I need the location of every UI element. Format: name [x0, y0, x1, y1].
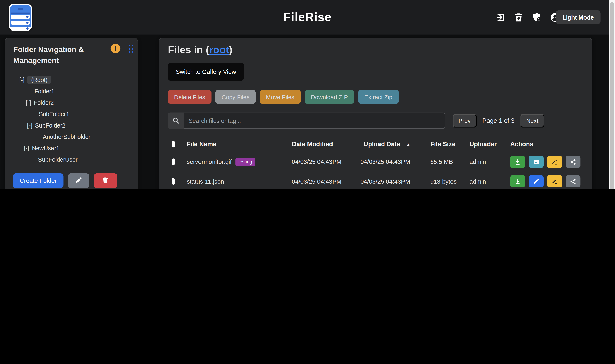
tree-item-label: SubFolder1	[39, 111, 69, 117]
col-file-name[interactable]: File Name	[184, 141, 289, 148]
row-checkbox[interactable]	[172, 158, 175, 165]
delete-files-button[interactable]: Delete Files	[168, 90, 211, 104]
col-uploader[interactable]: Uploader	[466, 141, 507, 148]
tree-item-root[interactable]: [-](Root)	[5, 74, 138, 85]
root-folder-link[interactable]: root	[209, 44, 229, 56]
select-all-checkbox[interactable]	[172, 141, 175, 147]
col-file-size[interactable]: File Size	[427, 141, 466, 148]
col-date-modified[interactable]: Date Modified	[288, 141, 357, 148]
search-icon[interactable]	[168, 112, 184, 129]
row-actions	[507, 156, 583, 168]
file-name[interactable]: servermonitor.giftesting	[184, 158, 289, 166]
trash-icon	[102, 177, 109, 185]
file-name-text: servermonitor.gif	[187, 158, 232, 166]
file-name[interactable]: status-11.json	[184, 178, 289, 185]
search-row: Prev Page 1 of 3 Next	[168, 112, 583, 129]
top-bar: FileRise Light Mode	[0, 0, 615, 35]
info-icon[interactable]: i	[111, 43, 120, 53]
collapse-toggle[interactable]: [-]	[19, 77, 24, 83]
file-row: status-11.json04/03/25 04:43PM04/03/25 0…	[168, 172, 583, 189]
tree-item-label: Folder1	[35, 88, 54, 95]
date-modified: 04/03/25 04:43PM	[288, 178, 357, 185]
file-name-text: status-11.json	[187, 178, 224, 185]
app-window: FileRise Light Mode Folder Navigation & …	[0, 0, 615, 189]
file-row: servermonitor.giftesting04/03/25 04:43PM…	[168, 152, 583, 172]
rename-folder-button[interactable]	[68, 173, 89, 188]
collapse-toggle[interactable]: [-]	[26, 99, 31, 106]
share-button[interactable]	[566, 156, 580, 168]
logo-slot	[18, 8, 23, 10]
file-toolbar: Delete FilesCopy FilesMove FilesDownload…	[168, 90, 583, 104]
create-folder-button[interactable]: Create Folder	[13, 173, 64, 188]
scrollbar-thumb[interactable]	[610, 2, 614, 189]
tree-item-folder2[interactable]: [-]Folder2	[5, 97, 138, 108]
next-page-button[interactable]: Next	[520, 114, 544, 127]
folder-tree: [-](Root)Folder1[-]Folder2SubFolder1[-]S…	[5, 71, 138, 165]
tag-button[interactable]	[547, 175, 562, 187]
preview-button[interactable]	[529, 156, 544, 168]
file-table-body: servermonitor.giftesting04/03/25 04:43PM…	[168, 152, 583, 189]
uploader: admin	[466, 158, 507, 166]
title-suffix: )	[229, 44, 233, 56]
upload-date: 04/03/25 04:43PM	[357, 178, 427, 185]
tree-item-label: Folder2	[34, 99, 54, 106]
tree-item-label: SubFolderUser	[38, 156, 78, 163]
search-input[interactable]	[184, 112, 445, 129]
row-actions	[507, 175, 583, 187]
tree-item-anothersubfolder[interactable]: AnotherSubFolder	[5, 131, 138, 142]
move-files-button[interactable]: Move Files	[260, 90, 301, 104]
folder-navigation-panel: Folder Navigation & Management i [-](Roo…	[5, 38, 138, 189]
restore-trash-icon[interactable]	[513, 12, 524, 23]
date-modified: 04/03/25 04:43PM	[288, 158, 357, 166]
prev-page-button[interactable]: Prev	[453, 114, 476, 127]
folder-actions: Create Folder	[5, 173, 138, 188]
download-button[interactable]	[510, 175, 525, 187]
folder-panel-header: Folder Navigation & Management i	[5, 38, 138, 71]
tree-item-label: AnotherSubFolder	[43, 133, 91, 140]
tree-item-subfolderuser[interactable]: SubFolderUser	[5, 154, 138, 165]
sort-asc-icon: ▲	[403, 142, 410, 147]
file-size: 913 bytes	[427, 178, 466, 185]
page-scrollbar	[609, 0, 615, 189]
col-upload-date[interactable]: Upload Date▲	[357, 141, 427, 148]
tree-item-subfolder1[interactable]: SubFolder1	[5, 108, 138, 119]
collapse-toggle[interactable]: [-]	[27, 122, 32, 129]
delete-folder-button[interactable]	[93, 173, 117, 188]
title-prefix: Files in (	[168, 44, 209, 56]
tree-item-folder1[interactable]: Folder1	[5, 85, 138, 97]
download-button[interactable]	[510, 156, 525, 168]
admin-shield-icon[interactable]	[531, 12, 542, 23]
logout-icon[interactable]	[496, 12, 506, 23]
uploader: admin	[466, 178, 507, 185]
pencil-icon	[75, 177, 82, 185]
file-list-panel: Files in (root) Switch to Gallery View D…	[159, 38, 592, 189]
light-mode-button[interactable]: Light Mode	[556, 10, 601, 24]
folder-panel-title: Folder Navigation & Management	[13, 44, 105, 66]
download-zip-button[interactable]: Download ZIP	[305, 90, 354, 104]
col-actions: Actions	[507, 141, 583, 148]
tree-item-label: SubFolder2	[35, 122, 65, 129]
tree-item-label: (Root)	[27, 76, 52, 84]
tree-item-subfolder2[interactable]: [-]SubFolder2	[5, 119, 138, 131]
collapse-toggle[interactable]: [-]	[24, 145, 29, 152]
row-checkbox[interactable]	[172, 178, 175, 185]
table-header-row: File Name Date Modified Upload Date▲ Fil…	[168, 136, 583, 152]
drag-handle-icon[interactable]	[129, 45, 133, 53]
extract-zip-button[interactable]: Extract Zip	[358, 90, 399, 104]
copy-files-button[interactable]: Copy Files	[215, 90, 256, 104]
tree-item-newuser1[interactable]: [-]NewUser1	[5, 142, 138, 154]
header-icon-group	[496, 0, 560, 35]
page-status: Page 1 of 3	[482, 117, 514, 124]
tree-item-label: NewUser1	[32, 145, 59, 152]
edit-button[interactable]	[529, 175, 544, 187]
page-title: Files in (root)	[168, 43, 583, 56]
switch-gallery-view-button[interactable]: Switch to Gallery View	[168, 63, 244, 81]
share-button[interactable]	[566, 175, 580, 187]
tag-button[interactable]	[547, 156, 562, 168]
tag-badge: testing	[235, 158, 255, 166]
file-size: 65.5 MB	[427, 158, 466, 166]
upload-date: 04/03/25 04:43PM	[357, 158, 427, 166]
